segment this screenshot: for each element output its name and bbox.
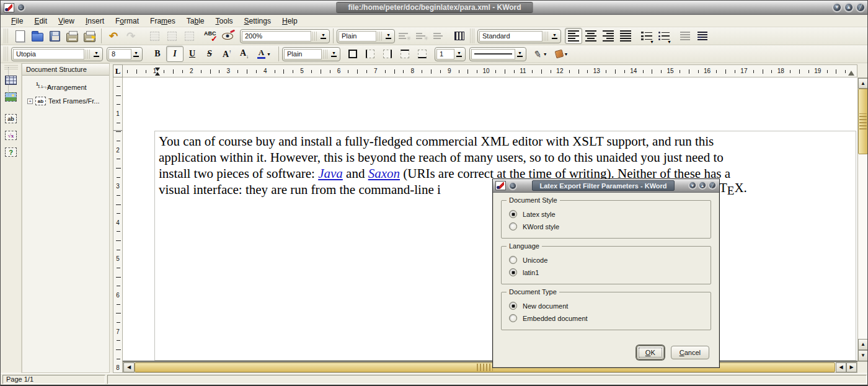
radio-new-document[interactable]: New document: [502, 300, 711, 312]
print-preview-button[interactable]: [81, 28, 98, 44]
autocorrection-button[interactable]: [219, 28, 236, 44]
maximize-button[interactable]: ▲: [698, 181, 707, 190]
insert-formula-button[interactable]: √x: [2, 127, 20, 144]
italic-button[interactable]: I: [166, 46, 184, 62]
chevron-down-icon[interactable]: ▼: [131, 49, 141, 59]
spellcheck-button[interactable]: ABC✓: [202, 28, 219, 44]
menu-view[interactable]: View: [53, 15, 80, 27]
align-right-button[interactable]: [600, 28, 617, 44]
menu-format[interactable]: Format: [110, 15, 144, 27]
border-style-combobox[interactable]: ▼: [469, 47, 526, 61]
border-style-value[interactable]: [471, 49, 515, 59]
titlebar[interactable]: – file:/home/peter/doc/beginlatex/para.x…: [1, 1, 868, 15]
horizontal-scrollbar[interactable]: ◀ ◀ ▶: [123, 362, 857, 373]
align-center-button[interactable]: [582, 28, 600, 44]
open-button[interactable]: [29, 28, 46, 44]
chevron-down-icon[interactable]: ▼: [667, 40, 671, 44]
ok-button[interactable]: OK: [637, 346, 664, 359]
subscript-button[interactable]: A↓: [236, 46, 253, 62]
insert-picture-button[interactable]: [2, 89, 20, 105]
border-bottom-button[interactable]: [414, 46, 431, 62]
insert-table-button[interactable]: [2, 72, 20, 89]
strikethrough-button[interactable]: S: [201, 46, 218, 62]
frame-borders-button[interactable]: [451, 28, 468, 44]
chevron-down-icon[interactable]: ▼: [550, 31, 559, 42]
dialog-titlebar[interactable]: – Latex Export Filter Parameters - KWord…: [493, 179, 719, 193]
border-left-button[interactable]: [361, 46, 379, 62]
style-list-combobox[interactable]: Standard ▼: [477, 29, 561, 43]
vertical-scrollbar-thumb[interactable]: [858, 89, 868, 154]
chevron-down-icon[interactable]: ▼: [267, 52, 271, 56]
scroll-down-button[interactable]: ▼: [858, 350, 868, 361]
menu-help[interactable]: Help: [277, 15, 303, 27]
menu-tools[interactable]: Tools: [210, 15, 239, 27]
chevron-down-icon[interactable]: ▼: [515, 49, 525, 59]
toolbar-handle[interactable]: [470, 29, 476, 43]
horizontal-ruler[interactable]: 12345678910111213141516171819: [123, 64, 857, 77]
increase-indent-button[interactable]: →: [694, 28, 711, 44]
new-document-button[interactable]: [11, 28, 29, 44]
save-button[interactable]: [46, 28, 63, 44]
close-button[interactable]: ╱: [708, 181, 717, 190]
border-width-combobox[interactable]: 1 ▼: [435, 47, 466, 61]
minimize-button[interactable]: ▼: [688, 181, 697, 190]
kword-app-icon[interactable]: [4, 3, 14, 12]
chevron-down-icon[interactable]: ▼: [92, 49, 101, 59]
tab-selector[interactable]: L: [113, 64, 123, 77]
radio-selected-icon[interactable]: [509, 302, 517, 310]
radio-icon[interactable]: [509, 222, 517, 230]
border-color-button[interactable]: ✎ ▼: [530, 46, 551, 62]
radio-kword-style[interactable]: KWord style: [502, 221, 711, 233]
horizontal-scrollbar-thumb[interactable]: [135, 362, 835, 372]
cancel-button[interactable]: Cancel: [671, 346, 709, 359]
menu-edit[interactable]: Edit: [29, 15, 53, 27]
radio-latin1[interactable]: latin1: [502, 266, 711, 279]
update-style-button[interactable]: ✳: [412, 28, 430, 44]
radio-unicode[interactable]: Unicode: [502, 254, 711, 266]
right-indent-marker[interactable]: [848, 71, 854, 76]
align-left-button[interactable]: [565, 28, 582, 44]
underline-button[interactable]: U: [184, 46, 201, 62]
align-justify-button[interactable]: [617, 28, 634, 44]
border-outline-button[interactable]: [344, 46, 361, 62]
document-canvas[interactable]: You can of course buy and install a full…: [123, 77, 857, 362]
copy-button[interactable]: [163, 28, 180, 44]
minimize-button[interactable]: ▼: [832, 2, 842, 12]
create-style-button[interactable]: ✳: [395, 28, 412, 44]
border-right-button[interactable]: [379, 46, 396, 62]
menu-table[interactable]: Table: [181, 15, 210, 27]
bold-button[interactable]: B: [149, 46, 166, 62]
style-list-value[interactable]: Standard: [479, 31, 542, 42]
frame-style-combobox[interactable]: Plain ▼: [282, 47, 340, 61]
java-link[interactable]: Java: [318, 166, 343, 181]
insert-text-frame-button[interactable]: ab: [2, 110, 20, 127]
latex-export-dialog[interactable]: – Latex Export Filter Parameters - KWord…: [492, 178, 720, 368]
expand-plus-icon[interactable]: +: [27, 99, 33, 104]
insert-object-button[interactable]: ?: [2, 144, 20, 160]
radio-icon[interactable]: [509, 314, 517, 322]
paste-button[interactable]: [180, 28, 198, 44]
chevron-down-icon[interactable]: ▼: [564, 52, 569, 56]
saxon-link[interactable]: Saxon: [368, 166, 400, 181]
border-width-value[interactable]: 1: [436, 49, 454, 59]
chevron-down-icon[interactable]: ▼: [454, 49, 464, 59]
tree-item-arrangement[interactable]: Arrangement: [27, 81, 109, 94]
maximize-button[interactable]: ▲: [844, 2, 854, 12]
chevron-down-icon[interactable]: ▼: [319, 31, 328, 42]
undo-button[interactable]: ↶: [105, 28, 122, 44]
apply-style-button[interactable]: [430, 28, 447, 44]
zoom-combobox[interactable]: 200% ▼: [240, 29, 330, 43]
scroll-left-button[interactable]: ◀: [123, 362, 135, 372]
toolbar-handle[interactable]: [4, 29, 9, 43]
window-menu-button[interactable]: –: [17, 3, 25, 12]
paragraph-style-value[interactable]: Plain: [339, 31, 376, 42]
chevron-down-icon[interactable]: ▼: [650, 40, 654, 44]
chevron-down-icon[interactable]: ▼: [543, 52, 547, 56]
cut-button[interactable]: [146, 28, 163, 44]
radio-embedded-document[interactable]: Embedded document: [502, 312, 711, 325]
window-menu-button[interactable]: –: [508, 182, 517, 190]
paragraph-style-combobox[interactable]: Plain ▼: [337, 29, 395, 43]
numbered-list-button[interactable]: ▼: [638, 28, 655, 44]
vertical-scrollbar[interactable]: ▲ ▲ ▼: [857, 77, 868, 362]
menu-settings[interactable]: Settings: [239, 15, 277, 27]
